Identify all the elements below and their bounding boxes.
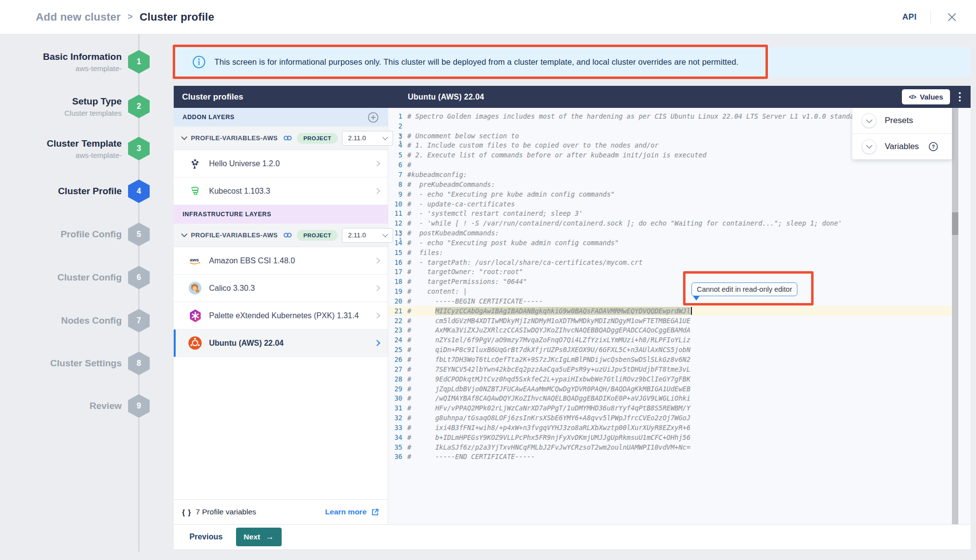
layer-row-calico-3-30-3[interactable]: Calico 3.30.3 xyxy=(174,275,388,302)
code-line-18: 18# targetPermissions: "0644" xyxy=(388,277,971,286)
step-number: 8 xyxy=(137,359,141,368)
chevron-down-icon[interactable] xyxy=(181,134,187,140)
pxk-icon xyxy=(188,309,202,323)
addon-layers-section-header: ADDON LAYERS xyxy=(174,108,388,127)
tooltip-pointer xyxy=(693,296,700,301)
code-text: # - 'while [ ! -S /var/run/containerd/co… xyxy=(407,219,842,227)
top-bar: Add new cluster > Cluster profile API xyxy=(0,0,976,34)
next-button[interactable]: Next → xyxy=(236,528,282,546)
layer-label: Kubecost 1.103.3 xyxy=(209,187,270,196)
step-number-badge: 6 xyxy=(128,266,150,289)
code-text: # Spectro Golden images includes most of… xyxy=(407,112,854,120)
values-button[interactable]: </> Values xyxy=(902,89,950,104)
values-button-label: Values xyxy=(920,93,943,101)
step-number-badge: 1 xyxy=(128,50,150,74)
variables-row[interactable]: Variables ? xyxy=(852,133,952,159)
project-badge: PROJECT xyxy=(297,230,338,241)
step-sublabel: aws-template- xyxy=(4,64,122,73)
line-number: 31 xyxy=(388,404,402,412)
code-text: # - 'systemctl restart containerd; sleep… xyxy=(407,209,583,217)
step-cluster-profile[interactable]: Cluster Profile4 xyxy=(0,179,174,203)
step-basic-information[interactable]: Basic Informationaws-template-1 xyxy=(0,50,174,74)
svg-text:aws: aws xyxy=(190,256,199,262)
code-text: # MIICyzCCAbOgAwIBAgIBADANBgkqhkiG9w0BAQ… xyxy=(407,307,692,315)
step-label: Review xyxy=(4,400,122,412)
next-button-label: Next xyxy=(244,533,261,541)
code-line-34: 34# b+IDLmHPEGsY9KOZ9VLLPcPhx5FR9njFyXvD… xyxy=(388,433,971,442)
banner-text: This screen is for informational purpose… xyxy=(214,57,739,67)
layer-row-hello-universe-1-2-0[interactable]: Hello Universe 1.2.0 xyxy=(174,150,388,178)
ubuntu-icon xyxy=(188,336,202,350)
presets-expand-button[interactable] xyxy=(862,113,876,128)
close-icon[interactable] xyxy=(945,10,959,25)
code-text: # targetOwner: "root:root" xyxy=(407,268,523,276)
editor-kebab-menu-icon[interactable] xyxy=(957,90,963,103)
chevron-right-icon xyxy=(374,285,380,291)
step-cluster-template[interactable]: Cluster Templateaws-template-3 xyxy=(0,137,174,160)
infra-group-row[interactable]: PROFILE-VARIABLES-AWS PROJECT 2.11.0 xyxy=(174,224,388,247)
line-number: 9 xyxy=(388,190,402,198)
variables-expand-button[interactable] xyxy=(862,139,876,154)
layer-row-amazon-ebs-csi-1-48-0[interactable]: awsAmazon EBS CSI 1.48.0 xyxy=(174,247,388,275)
step-number: 6 xyxy=(137,273,141,282)
add-layer-icon[interactable] xyxy=(368,112,379,123)
help-icon[interactable]: ? xyxy=(928,142,938,152)
line-number: 25 xyxy=(388,346,402,354)
code-line-31: 31# HFv/vPPAQ2MPk02rLjWzCaNrXD7aPPgT/1uD… xyxy=(388,403,971,413)
code-text: # files: xyxy=(407,249,443,256)
code-text: # 1. Include custom files to be copied o… xyxy=(407,141,659,149)
code-text: # 2. Execute list of commands before or … xyxy=(407,151,707,159)
external-link-icon xyxy=(371,508,379,516)
chevron-down-icon[interactable] xyxy=(181,231,187,237)
code-text: # cm5ldGVzMB4XDTIwMDkyMjIzNDMyM1oXDTMwMD… xyxy=(407,317,690,325)
addon-group-row[interactable]: PROFILE-VARIABLES-AWS PROJECT 2.11.0 xyxy=(174,127,388,150)
version-value: 2.11.0 xyxy=(348,134,366,142)
layer-row-ubuntu-aws-22-04[interactable]: Ubuntu (AWS) 22.04 xyxy=(174,330,388,357)
step-number: 9 xyxy=(137,402,141,410)
line-number: 7 xyxy=(388,171,402,178)
learn-more-link[interactable]: Learn more xyxy=(325,508,379,516)
version-select[interactable]: 2.11.0 xyxy=(342,228,393,243)
step-number: 1 xyxy=(137,57,141,66)
project-badge: PROJECT xyxy=(297,133,338,144)
readonly-tooltip: Cannot edit in read-only editor xyxy=(691,282,797,296)
chevron-right-icon xyxy=(374,188,380,194)
code-text: #kubeadmconfig: xyxy=(407,171,467,178)
step-number: 3 xyxy=(137,144,141,153)
breadcrumb-separator: > xyxy=(128,12,133,22)
line-number: 5 xyxy=(388,151,402,159)
step-setup-type[interactable]: Setup TypeCluster templates2 xyxy=(0,95,174,118)
layer-row-kubecost-1-103-3[interactable]: Kubecost 1.103.3 xyxy=(174,178,388,205)
editor-scrollbar-thumb[interactable] xyxy=(952,212,958,235)
code-text: # - targetPath: /usr/local/share/ca-cert… xyxy=(407,258,643,266)
infra-layers-list: awsAmazon EBS CSI 1.48.0Calico 3.30.3Pal… xyxy=(174,247,388,357)
code-text: # fbLt7DH3WoT6tLcQefTta2K+9S7zJKcIgLmBlP… xyxy=(407,356,690,363)
group-kebab-menu-icon[interactable] xyxy=(397,131,403,145)
version-select[interactable]: 2.11.0 xyxy=(342,131,393,146)
code-line-16: 16# - targetPath: /usr/local/share/ca-ce… xyxy=(388,257,971,267)
layer-row-palette-extended-kubernetes-pxk-1-31-4[interactable]: Palette eXtended Kubernetes (PXK) 1.31.4 xyxy=(174,302,388,330)
infrastructure-layers-label: INFRASTRUCTURE LAYERS xyxy=(183,211,271,218)
code-text: # HFv/vPPAQ2MPk02rLjWzCaNrXD7aPPgT/1uDMY… xyxy=(407,404,690,412)
code-line-30: 30# /wQIMAYBAf8CAQAwDQYJKoZIhvcNAQELBQAD… xyxy=(388,393,971,403)
step-label: Setup Type xyxy=(4,96,122,107)
breadcrumb-add-new-cluster[interactable]: Add new cluster xyxy=(36,11,121,24)
topbar-divider xyxy=(930,10,931,24)
editor-scrollbar-track[interactable] xyxy=(952,108,958,524)
step-review: Review9 xyxy=(0,394,174,418)
line-number: 20 xyxy=(388,297,402,305)
previous-button[interactable]: Previous xyxy=(189,533,223,541)
line-number: 29 xyxy=(388,385,402,393)
presets-row[interactable]: Presets xyxy=(852,108,952,133)
code-line-15: 15# files: xyxy=(388,248,971,257)
group-kebab-menu-icon[interactable] xyxy=(397,229,403,242)
step-number-badge: 9 xyxy=(128,394,150,418)
api-link[interactable]: API xyxy=(902,12,917,22)
code-line-33: 33# ixi4B3fFNI+wih8/+p4xW+n3fvgqVYHJ3zo8… xyxy=(388,423,971,433)
chevron-down-icon xyxy=(383,134,388,140)
stepper: Basic Informationaws-template-1Setup Typ… xyxy=(0,0,174,560)
code-text: # AxMKa3ViZXJuZXRlczCCASIwDQYJKoZIhvcNAQ… xyxy=(407,326,690,334)
profile-variables-count: 7 Profile variables xyxy=(196,508,256,516)
chevron-right-icon xyxy=(374,160,380,167)
code-line-9: 9# - echo "Executing pre kube admin conf… xyxy=(388,189,971,199)
